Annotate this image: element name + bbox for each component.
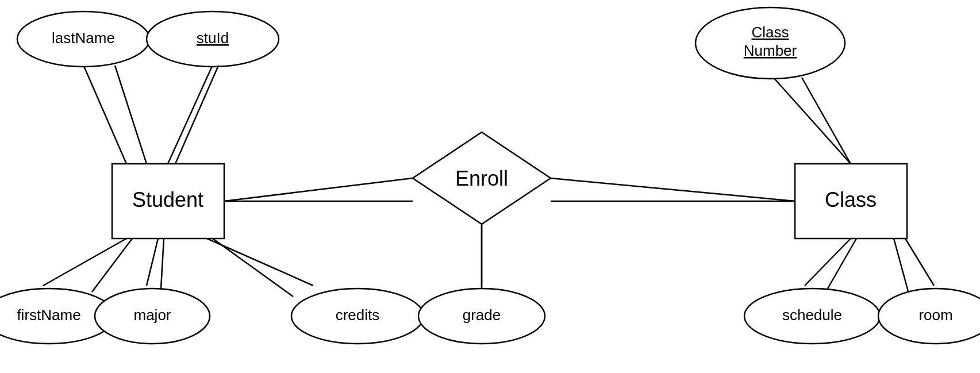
attr-schedule-label: schedule [782,306,842,324]
line-room-class [905,239,934,286]
line-major-student2 [161,239,164,289]
line-enroll-class-main [551,178,795,201]
attr-credits-label: credits [336,306,380,324]
line-classnum-class2 [802,78,851,164]
attr-classNumber-line2: Number [744,42,797,59]
attr-room-label: room [918,306,952,324]
enroll-label: Enroll [455,167,508,190]
line-stuId-student-main [175,66,218,164]
line-room-class2 [894,239,908,291]
line-schedule-class2 [828,239,856,289]
attr-grade-label: grade [463,306,501,324]
attr-classNumber-line1: Class [751,24,789,41]
er-diagram: Student Class Enroll lastName stuId firs… [0,0,980,373]
line-student-enroll-main [224,178,413,201]
line-stuId-student [168,65,213,164]
attr-firstName-label: firstName [17,306,80,324]
line-credits-student2 [213,239,293,297]
class-label: Class [825,188,877,212]
attr-stuId-label: stuId [197,29,229,47]
attr-major-label: major [133,306,171,324]
attr-lastName-label: lastName [52,29,115,47]
line-major-student [147,239,158,286]
student-label: Student [132,188,203,212]
line-classnum-class [767,71,851,164]
line-schedule-class [805,239,851,286]
